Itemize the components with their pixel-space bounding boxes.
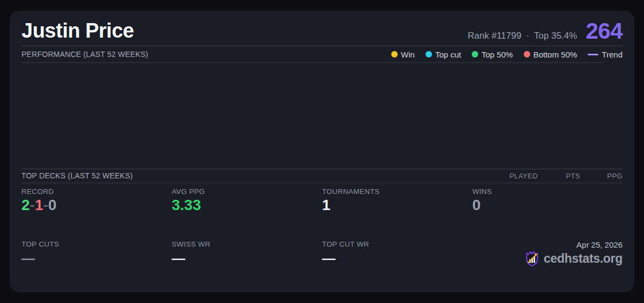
footer-cell: Apr 25, 2026 cedhstats.org bbox=[472, 240, 623, 292]
record-draws: 0 bbox=[48, 197, 57, 213]
top50-dot-icon bbox=[472, 51, 478, 57]
record-label: RECORD bbox=[21, 187, 172, 196]
record-wins: 2 bbox=[21, 197, 30, 213]
top-cut-dot-icon bbox=[426, 51, 432, 57]
top-cut-wr-value: — bbox=[322, 251, 472, 266]
legend-win-label: Win bbox=[401, 50, 415, 59]
swiss-wr-label: SWISS WR bbox=[172, 240, 322, 248]
column-played: PLAYED bbox=[495, 172, 538, 180]
tournaments-label: TOURNAMENTS bbox=[322, 187, 472, 196]
header-right: Rank #11799 · Top 35.4% 264 bbox=[468, 18, 623, 44]
legend-bottom50-label: Bottom 50% bbox=[533, 50, 577, 59]
swiss-wr-value: — bbox=[172, 251, 322, 266]
legend-item-top-cut: Top cut bbox=[426, 50, 461, 59]
rank-separator: · bbox=[526, 31, 529, 41]
card-header: Justin Price Rank #11799 · Top 35.4% 264 bbox=[21, 11, 623, 46]
legend-trend-label: Trend bbox=[602, 50, 623, 59]
avg-ppg-value: 3.33 bbox=[172, 197, 322, 214]
avg-ppg-label: AVG PPG bbox=[172, 187, 322, 196]
performance-header-row: PERFORMANCE (LAST 52 WEEKS) Win Top cut … bbox=[21, 46, 623, 62]
top-percent-label: Top 35.4% bbox=[534, 31, 577, 41]
record-sep2: - bbox=[43, 197, 48, 213]
top-cuts-value: — bbox=[21, 251, 172, 266]
wins-label: WINS bbox=[472, 187, 623, 196]
legend-top-cut-label: Top cut bbox=[435, 50, 461, 59]
brand-text: cedhstats.org bbox=[544, 251, 623, 266]
stat-record: RECORD 2-1-0 bbox=[21, 187, 172, 240]
top-decks-header-row: TOP DECKS (LAST 52 WEEKS) PLAYED PTS PPG bbox=[21, 169, 623, 183]
bottom50-dot-icon bbox=[524, 51, 530, 57]
rank-line: Rank #11799 · Top 35.4% bbox=[468, 31, 577, 41]
footer-date: Apr 25, 2026 bbox=[576, 240, 623, 249]
stat-top-cuts: TOP CUTS — bbox=[21, 240, 172, 292]
player-score: 264 bbox=[586, 18, 623, 44]
trend-line-icon bbox=[588, 54, 598, 55]
top-cuts-label: TOP CUTS bbox=[21, 240, 172, 248]
win-dot-icon bbox=[391, 51, 398, 57]
stat-avg-ppg: AVG PPG 3.33 bbox=[172, 187, 322, 240]
record-losses: 1 bbox=[35, 197, 43, 213]
deck-column-headers: PLAYED PTS PPG bbox=[495, 172, 623, 180]
column-ppg: PPG bbox=[580, 172, 623, 180]
legend-item-bottom50: Bottom 50% bbox=[524, 50, 577, 59]
cedhstats-shield-logo-icon bbox=[525, 251, 539, 266]
player-stats-card: Justin Price Rank #11799 · Top 35.4% 264… bbox=[10, 11, 634, 292]
legend-item-trend: Trend bbox=[588, 50, 623, 59]
performance-title: PERFORMANCE (LAST 52 WEEKS) bbox=[21, 50, 148, 59]
brand-row[interactable]: cedhstats.org bbox=[525, 251, 623, 266]
rank-label: Rank #11799 bbox=[468, 31, 522, 41]
stat-wins: WINS 0 bbox=[472, 187, 623, 240]
wins-value: 0 bbox=[472, 197, 623, 214]
legend-item-top50: Top 50% bbox=[472, 50, 513, 59]
top-cut-wr-label: TOP CUT WR bbox=[322, 240, 472, 248]
player-name: Justin Price bbox=[21, 19, 134, 42]
chart-legend: Win Top cut Top 50% Bottom 50% Trend bbox=[391, 50, 623, 59]
stats-grid: RECORD 2-1-0 AVG PPG 3.33 TOURNAMENTS 1 … bbox=[21, 183, 623, 293]
record-sep1: - bbox=[30, 197, 35, 213]
stat-top-cut-wr: TOP CUT WR — bbox=[322, 240, 472, 292]
tournaments-value: 1 bbox=[322, 197, 472, 214]
record-value: 2-1-0 bbox=[21, 197, 172, 214]
stat-tournaments: TOURNAMENTS 1 bbox=[322, 187, 472, 240]
stat-swiss-wr: SWISS WR — bbox=[172, 240, 322, 292]
performance-chart bbox=[21, 63, 623, 169]
legend-item-win: Win bbox=[391, 50, 415, 59]
column-pts: PTS bbox=[538, 172, 580, 180]
top-decks-title: TOP DECKS (LAST 52 WEEKS) bbox=[21, 171, 133, 180]
legend-top50-label: Top 50% bbox=[481, 50, 513, 59]
